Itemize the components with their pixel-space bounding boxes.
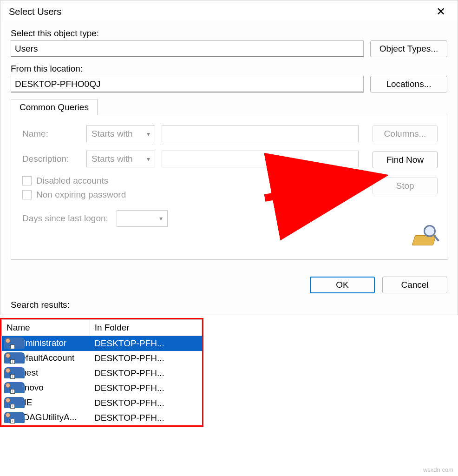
dialog-footer: OK Cancel	[11, 277, 447, 293]
chevron-down-icon: ▾	[147, 155, 150, 163]
result-name-cell: ↓Lenovo	[2, 381, 90, 396]
object-type-value: Users	[15, 44, 38, 54]
select-users-dialog: Select Users ✕ Select this object type: …	[0, 0, 458, 315]
object-type-field[interactable]: Users	[11, 40, 364, 57]
stop-button[interactable]: Stop	[373, 178, 438, 194]
result-name-cell: ↓Guest	[2, 366, 90, 381]
chevron-down-icon: ▾	[147, 130, 150, 138]
close-icon: ✕	[436, 5, 445, 18]
non-expiring-checkbox[interactable]	[22, 190, 32, 199]
location-value: DESKTOP-PFHO0QJ	[15, 79, 100, 89]
close-button[interactable]: ✕	[431, 4, 451, 19]
result-name-cell: ↓DefaultAccount	[2, 351, 90, 366]
object-types-button[interactable]: Object Types...	[370, 40, 447, 57]
cancel-button[interactable]: Cancel	[382, 277, 447, 293]
disabled-accounts-row: Disabled accounts	[22, 176, 359, 186]
user-icon: ↓	[4, 383, 14, 393]
result-folder-cell: DESKTOP-PFH...	[90, 366, 202, 381]
query-name-op-select[interactable]: Starts with ▾	[86, 126, 155, 142]
table-row[interactable]: ↓DefaultAccountDESKTOP-PFH...	[2, 351, 202, 366]
tab-common-queries[interactable]: Common Queries	[11, 99, 98, 115]
object-type-label: Select this object type:	[11, 28, 447, 39]
non-expiring-row: Non expiring password	[22, 190, 359, 200]
result-folder-cell: DESKTOP-PFH...	[90, 381, 202, 396]
result-folder-cell: DESKTOP-PFH...	[90, 396, 202, 410]
chevron-down-icon: ▾	[159, 215, 163, 222]
result-folder-cell: DESKTOP-PFH...	[90, 351, 202, 366]
watermark: wsxdn.com	[423, 466, 453, 473]
search-results-label: Search results:	[11, 300, 447, 310]
queries-panel: Name: Starts with ▾ Description: Starts …	[11, 115, 447, 260]
location-field[interactable]: DESKTOP-PFHO0QJ	[11, 76, 364, 93]
result-folder-cell: DESKTOP-PFH...	[90, 410, 202, 425]
result-folder-cell: DESKTOP-PFH...	[90, 336, 202, 351]
queries-tabset: Common Queries Name: Starts with ▾ Descr…	[11, 99, 447, 260]
non-expiring-label: Non expiring password	[36, 190, 126, 200]
user-icon: ↓	[4, 413, 14, 423]
find-now-button[interactable]: Find Now	[373, 152, 438, 168]
results-table[interactable]: Name In Folder ↓AdministratorDESKTOP-PFH…	[1, 319, 202, 425]
table-row[interactable]: ↓WDAGUtilityA...DESKTOP-PFH...	[2, 410, 202, 425]
locations-button[interactable]: Locations...	[370, 76, 447, 93]
titlebar: Select Users ✕	[0, 0, 458, 22]
table-row[interactable]: ↓THEDESKTOP-PFH...	[2, 396, 202, 410]
table-row[interactable]: ↓LenovoDESKTOP-PFH...	[2, 381, 202, 396]
col-name[interactable]: Name	[2, 320, 90, 336]
days-since-logon-label: Days since last logon:	[22, 213, 108, 224]
results-header-row: Name In Folder	[2, 320, 202, 336]
table-row[interactable]: ↓AdministratorDESKTOP-PFH...	[2, 336, 202, 351]
ok-button[interactable]: OK	[310, 277, 375, 293]
user-icon: ↓	[4, 338, 14, 349]
days-since-logon-select[interactable]: ▾	[117, 210, 168, 227]
table-row[interactable]: ↓GuestDESKTOP-PFH...	[2, 366, 202, 381]
dialog-title: Select Users	[9, 7, 61, 17]
col-folder[interactable]: In Folder	[90, 320, 202, 336]
query-name-label: Name:	[22, 129, 80, 139]
query-desc-input[interactable]	[162, 151, 359, 167]
result-name-cell: ↓WDAGUtilityA...	[2, 410, 90, 425]
user-icon: ↓	[4, 368, 14, 378]
location-label: From this location:	[11, 64, 447, 74]
dialog-body: Select this object type: Users Object Ty…	[0, 22, 458, 315]
query-desc-op-select[interactable]: Starts with ▾	[86, 151, 155, 167]
disabled-accounts-checkbox[interactable]	[22, 176, 32, 185]
query-name-input[interactable]	[162, 126, 359, 142]
results-annotation-box: Name In Folder ↓AdministratorDESKTOP-PFH…	[0, 318, 203, 427]
query-desc-label: Description:	[22, 154, 80, 164]
result-name-cell: ↓THE	[2, 396, 90, 410]
user-icon: ↓	[4, 398, 14, 408]
result-name-cell: ↓Administrator	[2, 336, 90, 351]
search-folder-icon	[412, 227, 438, 245]
columns-button[interactable]: Columns...	[373, 126, 438, 142]
disabled-accounts-label: Disabled accounts	[36, 176, 108, 186]
user-icon: ↓	[4, 353, 14, 364]
